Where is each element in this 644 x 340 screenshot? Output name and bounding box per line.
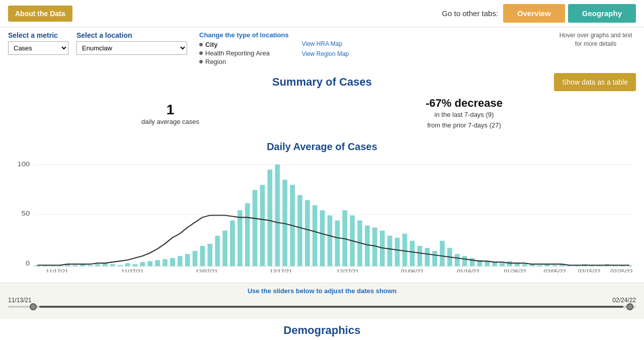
metric-label: Select a metric bbox=[8, 31, 68, 39]
svg-rect-67 bbox=[492, 262, 497, 266]
svg-rect-42 bbox=[305, 200, 310, 266]
decrease-pct: -67% decrease bbox=[426, 97, 503, 110]
svg-rect-20 bbox=[140, 262, 145, 266]
svg-rect-23 bbox=[163, 259, 168, 266]
decrease-detail: in the last 7-days (9) from the prior 7-… bbox=[426, 110, 503, 131]
slider-track-container[interactable] bbox=[8, 306, 636, 315]
top-bar: About the Data Go to other tabs: Overvie… bbox=[0, 0, 644, 27]
svg-text:12/17/21: 12/17/21 bbox=[270, 268, 292, 272]
svg-text:02/05/22: 02/05/22 bbox=[544, 268, 566, 272]
svg-rect-56 bbox=[410, 241, 415, 266]
geography-tab-button[interactable]: Geography bbox=[568, 4, 636, 23]
svg-rect-29 bbox=[208, 244, 213, 266]
svg-rect-28 bbox=[200, 246, 205, 266]
chart-container: 100 50 0 11/17/21 11/27/21 12/07/21 12/1… bbox=[8, 157, 636, 273]
svg-rect-33 bbox=[237, 210, 243, 266]
svg-text:12/07/21: 12/07/21 bbox=[196, 268, 218, 272]
metric-select[interactable]: Cases Deaths Hospitalizations bbox=[8, 41, 68, 55]
svg-rect-75 bbox=[552, 265, 557, 266]
svg-text:11/17/21: 11/17/21 bbox=[46, 268, 68, 272]
svg-rect-35 bbox=[253, 190, 258, 266]
svg-text:02/15/22: 02/15/22 bbox=[578, 268, 600, 272]
svg-text:50: 50 bbox=[22, 209, 30, 217]
svg-rect-44 bbox=[320, 210, 325, 266]
svg-rect-21 bbox=[147, 261, 152, 266]
metric-control-group: Select a metric Cases Deaths Hospitaliza… bbox=[8, 31, 68, 55]
svg-rect-14 bbox=[95, 264, 100, 266]
svg-text:01/16/22: 01/16/22 bbox=[457, 268, 479, 272]
location-type-city[interactable]: City bbox=[199, 41, 289, 48]
main-content: Summary of Cases Show data as a table 1 … bbox=[0, 71, 644, 283]
hra-map-link[interactable]: View HRA Map bbox=[302, 40, 349, 47]
show-table-button[interactable]: Show data as a table bbox=[554, 73, 636, 91]
daily-avg-label: daily average cases bbox=[141, 118, 199, 125]
svg-text:0: 0 bbox=[26, 259, 30, 267]
location-type-region[interactable]: Region bbox=[199, 58, 289, 65]
daily-avg-stat: 1 daily average cases bbox=[141, 102, 199, 125]
location-control-group: Select a location Enumclaw Seattle Belle… bbox=[76, 31, 187, 55]
svg-rect-38 bbox=[275, 164, 280, 266]
chart-section: Daily Average of Cases 100 50 0 11/17/21… bbox=[8, 141, 636, 273]
svg-rect-43 bbox=[312, 205, 317, 266]
chart-title: Daily Average of Cases bbox=[8, 141, 636, 153]
svg-rect-45 bbox=[328, 215, 333, 266]
daily-avg-number: 1 bbox=[141, 102, 199, 118]
slider-hint: Use the sliders below to adjust the date… bbox=[8, 287, 636, 295]
cases-chart: 100 50 0 11/17/21 11/27/21 12/07/21 12/1… bbox=[8, 157, 636, 273]
location-type-hra[interactable]: Health Reporting Area bbox=[199, 49, 289, 57]
stats-row: 1 daily average cases -67% decrease in t… bbox=[8, 97, 636, 131]
svg-rect-54 bbox=[395, 238, 400, 266]
svg-rect-53 bbox=[387, 236, 392, 266]
svg-rect-71 bbox=[522, 264, 527, 266]
svg-rect-11 bbox=[72, 265, 77, 266]
hover-hint: Hover over graphs and text for more deta… bbox=[555, 31, 636, 48]
svg-text:11/27/21: 11/27/21 bbox=[121, 268, 143, 272]
svg-rect-37 bbox=[268, 169, 273, 266]
svg-text:02/25/22: 02/25/22 bbox=[611, 268, 633, 272]
decrease-stat: -67% decrease in the last 7-days (9) fro… bbox=[426, 97, 503, 131]
svg-rect-63 bbox=[462, 256, 467, 266]
svg-rect-16 bbox=[110, 264, 115, 266]
location-type-list: City Health Reporting Area Region bbox=[199, 41, 289, 65]
map-links: View HRA Map View Region Map bbox=[302, 40, 349, 57]
svg-rect-22 bbox=[155, 260, 160, 266]
go-to-tabs-label: Go to other tabs: bbox=[442, 9, 498, 18]
controls-row: Select a metric Cases Deaths Hospitaliza… bbox=[0, 27, 644, 71]
slider-end-date: 02/24/22 bbox=[612, 297, 636, 304]
overview-tab-button[interactable]: Overview bbox=[503, 4, 565, 23]
slider-track[interactable] bbox=[8, 306, 636, 308]
slider-section: Use the sliders below to adjust the date… bbox=[0, 283, 644, 319]
change-type-link[interactable]: Change the type of locations bbox=[199, 31, 289, 39]
svg-text:100: 100 bbox=[18, 160, 30, 167]
location-label: Select a location bbox=[76, 31, 187, 39]
svg-rect-62 bbox=[455, 254, 460, 266]
svg-rect-25 bbox=[178, 256, 183, 266]
svg-rect-17 bbox=[118, 265, 123, 266]
about-button[interactable]: About the Data bbox=[8, 6, 72, 22]
slider-thumb-left[interactable] bbox=[30, 303, 37, 310]
svg-text:01/06/22: 01/06/22 bbox=[401, 268, 423, 272]
svg-text:01/26/22: 01/26/22 bbox=[504, 268, 526, 272]
svg-rect-55 bbox=[403, 233, 408, 266]
svg-rect-46 bbox=[335, 220, 340, 266]
svg-rect-60 bbox=[440, 241, 445, 266]
svg-rect-34 bbox=[245, 203, 250, 266]
slider-start-date: 11/13/21 bbox=[8, 297, 32, 304]
demographics-title: Demographics bbox=[0, 319, 644, 340]
svg-rect-50 bbox=[365, 225, 370, 266]
svg-rect-58 bbox=[425, 248, 430, 266]
location-select[interactable]: Enumclaw Seattle Bellevue bbox=[76, 41, 187, 55]
svg-rect-31 bbox=[222, 230, 227, 266]
svg-rect-30 bbox=[215, 236, 220, 266]
svg-rect-26 bbox=[185, 254, 190, 266]
svg-rect-19 bbox=[133, 264, 138, 266]
svg-text:12/27/21: 12/27/21 bbox=[337, 268, 359, 272]
region-map-link[interactable]: View Region Map bbox=[302, 50, 349, 57]
location-type-section: Change the type of locations City Health… bbox=[199, 31, 289, 66]
svg-rect-18 bbox=[125, 263, 130, 266]
slider-fill bbox=[39, 306, 623, 308]
summary-title: Summary of Cases bbox=[272, 76, 372, 89]
svg-rect-27 bbox=[193, 251, 198, 266]
svg-rect-68 bbox=[500, 263, 505, 266]
slider-thumb-right[interactable] bbox=[626, 303, 633, 310]
